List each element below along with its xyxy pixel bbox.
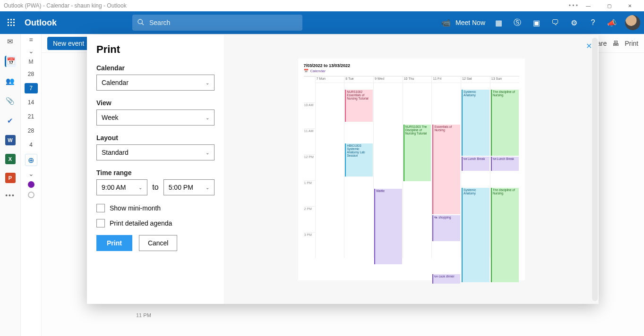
mini-month-dow: M: [29, 59, 34, 65]
skype-icon[interactable]: Ⓢ: [508, 13, 527, 32]
window-titlebar: Outlook (PWA) - Calendar - shaun king - …: [0, 0, 644, 11]
preview-event: Wattle: [374, 189, 402, 264]
preview-range: 7/03/2022 to 13/03/2022: [304, 63, 519, 68]
settings-icon[interactable]: ⚙: [565, 13, 584, 32]
time-label: 11 PM: [136, 312, 151, 336]
time-from-select[interactable]: 9:00 AM⌄: [96, 179, 147, 195]
hamburger-icon[interactable]: ≡: [29, 36, 33, 43]
minimize-button[interactable]: —: [578, 0, 599, 11]
mini-day[interactable]: 28: [25, 69, 38, 79]
mini-day[interactable]: 21: [25, 111, 38, 122]
print-preview: ✕ 7/03/2022 to 13/03/2022 📅Calendar 10 A…: [224, 35, 599, 304]
close-button[interactable]: ✕: [619, 0, 640, 11]
detailed-agenda-checkbox[interactable]: Print detailed agenda: [96, 219, 215, 227]
mini-day[interactable]: 14: [25, 97, 38, 108]
svg-rect-2: [13, 19, 15, 20]
files-icon[interactable]: 📎: [5, 95, 16, 107]
todo-icon[interactable]: ✔: [5, 115, 16, 126]
add-calendar-icon[interactable]: ⊕: [25, 154, 37, 166]
window-title: Outlook (PWA) - Calendar - shaun king - …: [4, 2, 127, 9]
scrollbar[interactable]: [592, 38, 598, 301]
preview-event: The discipline of Nursing: [491, 188, 519, 282]
megaphone-icon[interactable]: 📣: [602, 13, 621, 32]
preview-event: 🍽 Lunch Break: [491, 157, 519, 171]
cancel-button[interactable]: Cancel: [139, 235, 178, 251]
preview-event: NURS1002 Essentials of Nursing Tutorial: [345, 90, 373, 122]
chevron-down-icon: ⌄: [138, 185, 142, 190]
svg-point-9: [138, 19, 142, 24]
svg-rect-6: [8, 25, 9, 26]
video-icon[interactable]: 📹: [437, 13, 455, 32]
to-label: to: [152, 183, 158, 192]
app-brand: Outlook: [25, 18, 57, 28]
view-label: View: [96, 99, 215, 107]
excel-app-icon[interactable]: X: [5, 154, 16, 164]
preview-event: Systemic Anatomy: [462, 90, 489, 156]
time-range-label: Time range: [96, 169, 215, 176]
app-launcher-icon[interactable]: [4, 15, 19, 30]
teams-icon[interactable]: ▣: [527, 13, 546, 32]
checkbox-icon: [96, 219, 105, 227]
svg-rect-5: [13, 22, 15, 23]
mini-day[interactable]: 4: [25, 140, 38, 150]
mini-month-checkbox[interactable]: Show mini-month: [96, 204, 215, 212]
preview-event: NURS1003 The Discipline of Nursing Tutor…: [404, 125, 431, 181]
preview-event: Systemic Anatomy: [462, 188, 489, 282]
svg-line-10: [142, 23, 144, 25]
maximize-button[interactable]: ▢: [599, 0, 619, 11]
svg-rect-0: [8, 19, 9, 20]
meet-now-button[interactable]: Meet Now: [455, 19, 485, 26]
preview-event: 🍽 Lunch Break: [462, 157, 489, 171]
more-icon[interactable]: • • •: [569, 2, 578, 9]
close-dialog-icon[interactable]: ✕: [586, 42, 592, 50]
chevron-down-icon[interactable]: ⌄: [28, 47, 34, 55]
view-select[interactable]: Week⌄: [96, 109, 215, 126]
chevron-down-icon[interactable]: ⌄: [28, 170, 34, 177]
svg-rect-4: [10, 22, 12, 23]
apps-icon[interactable]: ▦: [489, 13, 508, 32]
help-icon[interactable]: ?: [584, 13, 602, 32]
calendar-color-dot[interactable]: [28, 192, 34, 198]
chevron-down-icon: ⌄: [206, 185, 209, 190]
search-icon: [137, 18, 145, 27]
app-rail: ✉ 📅 👥 📎 ✔ W X P •••: [0, 34, 21, 336]
calendar-select[interactable]: Calendar⌄: [96, 75, 215, 91]
chevron-down-icon: ⌄: [206, 150, 209, 155]
new-event-button[interactable]: New event: [47, 37, 90, 50]
svg-rect-7: [10, 25, 12, 26]
calendar-sidebar: ≡ ⌄ M 28 7 14 21 28 4 ⊕ ⌄: [21, 34, 42, 336]
chevron-down-icon: ⌄: [206, 115, 209, 120]
print-dialog: Print Calendar Calendar⌄ View Week⌄ Layo…: [87, 35, 599, 304]
calendar-icon[interactable]: 📅: [5, 56, 16, 67]
word-app-icon[interactable]: W: [5, 135, 16, 145]
preview-event: HBIO1003 Systemic Anatomy Lab Session: [345, 143, 373, 176]
avatar[interactable]: [625, 15, 640, 30]
preview-event: Essentials of Nursing: [432, 125, 460, 214]
preview-event: 🍽 cook dinner: [432, 274, 460, 284]
more-apps-icon[interactable]: •••: [5, 192, 15, 199]
preview-event: 🛍 shopping: [432, 215, 460, 241]
svg-rect-3: [8, 22, 9, 23]
svg-rect-8: [13, 25, 15, 26]
preview-page: 7/03/2022 to 13/03/2022 📅Calendar 10 AM1…: [298, 59, 525, 280]
calendar-color-dot[interactable]: [28, 181, 34, 188]
layout-select[interactable]: Standard⌄: [96, 144, 215, 160]
search-input[interactable]: Search: [132, 15, 302, 31]
svg-rect-1: [10, 19, 12, 20]
calendar-label: Calendar: [96, 64, 215, 72]
print-button[interactable]: Print: [625, 40, 638, 47]
preview-event: The discipline of Nursing: [491, 90, 519, 156]
mail-icon[interactable]: ✉: [5, 36, 16, 47]
preview-calendar-name: 📅Calendar: [304, 69, 519, 73]
app-ribbon: Outlook Search 📹 Meet Now ▦ Ⓢ ▣ 🗨 ⚙ ? 📣: [0, 11, 644, 34]
powerpoint-app-icon[interactable]: P: [5, 173, 16, 183]
checkbox-icon: [96, 204, 105, 212]
chevron-down-icon: ⌄: [206, 80, 209, 85]
notifications-icon[interactable]: 🗨: [546, 13, 565, 32]
print-confirm-button[interactable]: Print: [96, 235, 132, 251]
mini-day[interactable]: 28: [25, 126, 38, 136]
mini-day-selected[interactable]: 7: [25, 83, 38, 93]
print-form: Print Calendar Calendar⌄ View Week⌄ Layo…: [87, 35, 224, 304]
time-to-select[interactable]: 5:00 PM⌄: [163, 179, 215, 195]
people-icon[interactable]: 👥: [5, 76, 16, 87]
